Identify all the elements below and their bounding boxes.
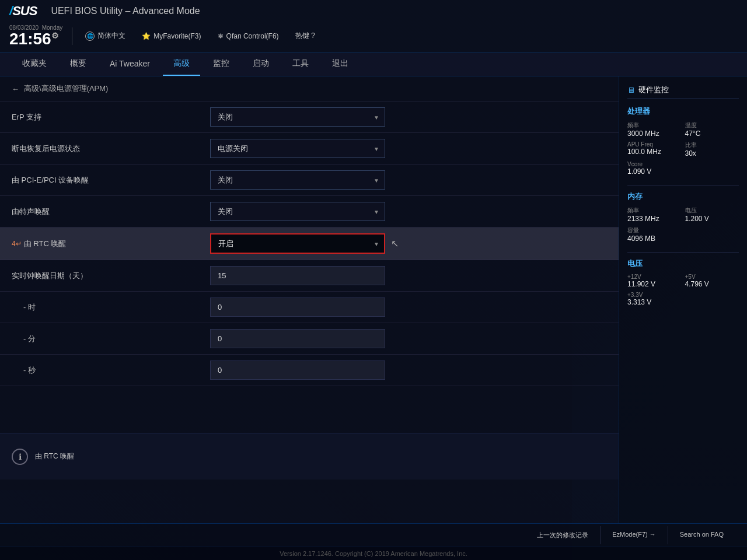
dropdown-rtc-wake[interactable]: 关闭 开启 bbox=[210, 233, 385, 254]
dropdown-sound-wake[interactable]: 关闭 开启 bbox=[210, 202, 385, 221]
label-rtc-hour: - 时 bbox=[12, 302, 210, 313]
dropdown-pcie-wake-wrapper: 关闭 开启 ▼ bbox=[210, 170, 385, 190]
version-text: Version 2.17.1246. Copyright (C) 2019 Am… bbox=[280, 550, 467, 557]
setting-row-power-restore: 断电恢复后电源状态 电源关闭 电源开启 上次状态 ▼ bbox=[0, 133, 619, 164]
hw-monitor-title: 🖥 硬件监控 bbox=[627, 85, 739, 99]
control-rtc-hour bbox=[210, 298, 607, 317]
hotkey-button[interactable]: 热键 ? bbox=[292, 29, 319, 43]
header-info-bar: 08/03/2020 Monday 21:56⚙ 🌐 简体中文 ⭐ MyFavo… bbox=[9, 22, 738, 52]
hw-v12: +12V 11.902 V bbox=[627, 274, 682, 288]
qfan-icon: ❄ bbox=[218, 32, 224, 40]
prev-record-button[interactable]: 上一次的修改记录 bbox=[525, 526, 600, 544]
hw-cpu-freq: 频率 3000 MHz bbox=[627, 121, 682, 138]
hw-cpu-temp: 温度 47°C bbox=[685, 121, 739, 138]
breadcrumb-text: 高级\高级电源管理(APM) bbox=[24, 83, 108, 94]
hw-memory-grid: 频率 2133 MHz 电压 1.200 V bbox=[627, 206, 739, 223]
time-display: 21:56⚙ bbox=[9, 31, 62, 47]
info-text: 由 RTC 唤醒 bbox=[35, 452, 74, 461]
hw-mem-freq: 频率 2133 MHz bbox=[627, 206, 682, 223]
control-erp: 关闭 开启 ▼ bbox=[210, 107, 607, 127]
tab-monitor[interactable]: 监控 bbox=[203, 52, 240, 76]
control-rtc-min bbox=[210, 329, 607, 348]
main-content: ← 高级\高级电源管理(APM) ErP 支持 关闭 开启 ▼ bbox=[0, 76, 619, 523]
tab-tweaker[interactable]: Ai Tweaker bbox=[99, 53, 160, 75]
footer: 上一次的修改记录 EzMode(F7) → Search on FAQ bbox=[0, 523, 747, 547]
footer-right: 上一次的修改记录 EzMode(F7) → Search on FAQ bbox=[525, 526, 735, 544]
control-rtc-sec bbox=[210, 360, 607, 380]
input-rtc-hour[interactable] bbox=[210, 298, 385, 317]
datetime-display: 08/03/2020 Monday 21:56⚙ bbox=[9, 24, 62, 47]
input-rtc-sec[interactable] bbox=[210, 360, 385, 380]
tab-favorites[interactable]: 收藏夹 bbox=[12, 52, 57, 76]
tab-overview[interactable]: 概要 bbox=[60, 52, 97, 76]
hw-divider-2 bbox=[627, 252, 739, 253]
hw-processor-label: 处理器 bbox=[627, 106, 739, 117]
header: /SUS UEFI BIOS Utility – Advanced Mode 0… bbox=[0, 0, 747, 52]
dropdown-erp[interactable]: 关闭 开启 bbox=[210, 107, 385, 127]
setting-row-pcie-wake: 由 PCI-E/PCI 设备唤醒 关闭 开启 ▼ bbox=[0, 164, 619, 196]
input-rtc-day[interactable] bbox=[210, 266, 385, 285]
hw-divider-1 bbox=[627, 185, 739, 186]
setting-row-sound-wake: 由特声唤醒 关闭 开启 ▼ bbox=[0, 196, 619, 228]
hw-processor-section: 处理器 频率 3000 MHz 温度 47°C APU Freq 100.0 M… bbox=[627, 106, 739, 176]
myfavorite-button[interactable]: ⭐ MyFavorite(F3) bbox=[138, 30, 204, 42]
setting-row-erp: ErP 支持 关闭 开启 ▼ bbox=[0, 102, 619, 133]
label-erp: ErP 支持 bbox=[12, 112, 210, 123]
hw-v33: +3.3V 3.313 V bbox=[627, 292, 739, 306]
step-4-indicator: 4↵ bbox=[12, 240, 22, 248]
hardware-monitor-sidebar: 🖥 硬件监控 处理器 频率 3000 MHz 温度 47°C APU Fr bbox=[619, 76, 747, 523]
control-rtc-wake: 关闭 开启 ▼ ↖ bbox=[210, 233, 607, 254]
tab-advanced[interactable]: 高级 bbox=[163, 52, 200, 76]
label-sound-wake: 由特声唤醒 bbox=[12, 206, 210, 217]
label-rtc-day: 实时钟唤醒日期（天） bbox=[12, 271, 210, 281]
breadcrumb-arrow[interactable]: ← bbox=[12, 85, 19, 93]
tab-boot[interactable]: 启动 bbox=[242, 52, 280, 76]
tab-tools[interactable]: 工具 bbox=[282, 52, 319, 76]
myfavorite-icon: ⭐ bbox=[142, 32, 151, 40]
dropdown-pcie-wake[interactable]: 关闭 开启 bbox=[210, 170, 385, 190]
hw-memory-label: 内存 bbox=[627, 191, 739, 202]
hw-voltage-grid: +12V 11.902 V +5V 4.796 V bbox=[627, 274, 739, 288]
dropdown-power-restore[interactable]: 电源关闭 电源开启 上次状态 bbox=[210, 139, 385, 158]
setting-row-rtc-wake: 4↵ 由 RTC 唤醒 关闭 开启 ▼ ↖ bbox=[0, 228, 619, 260]
breadcrumb: ← 高级\高级电源管理(APM) bbox=[0, 76, 619, 102]
ez-mode-button[interactable]: EzMode(F7) → bbox=[600, 526, 668, 544]
bios-title: UEFI BIOS Utility – Advanced Mode bbox=[51, 6, 200, 16]
dropdown-sound-wake-wrapper: 关闭 开启 ▼ bbox=[210, 202, 385, 221]
language-button[interactable]: 🌐 简体中文 bbox=[82, 29, 129, 43]
label-rtc-wake: 4↵ 由 RTC 唤醒 bbox=[12, 239, 210, 249]
hw-voltage-section: 电压 +12V 11.902 V +5V 4.796 V +3.3V 3.313… bbox=[627, 258, 739, 306]
setting-row-rtc-sec: - 秒 bbox=[0, 355, 619, 386]
label-rtc-sec: - 秒 bbox=[12, 365, 210, 376]
hw-mem-cap: 容量 4096 MB bbox=[627, 226, 739, 243]
nav-tabs: 收藏夹 概要 Ai Tweaker 高级 监控 启动 工具 退出 bbox=[0, 52, 747, 76]
control-rtc-day bbox=[210, 266, 607, 285]
language-icon: 🌐 bbox=[85, 32, 95, 41]
setting-row-rtc-day: 实时钟唤醒日期（天） bbox=[0, 260, 619, 292]
control-power-restore: 电源关闭 电源开启 上次状态 ▼ bbox=[210, 139, 607, 158]
hw-memory-section: 内存 频率 2133 MHz 电压 1.200 V 容量 4096 MB bbox=[627, 191, 739, 243]
hw-v5: +5V 4.796 V bbox=[685, 274, 739, 288]
header-divider bbox=[72, 27, 72, 45]
dropdown-rtc-wake-wrapper: 关闭 开启 ▼ bbox=[210, 233, 385, 254]
info-panel: ℹ 由 RTC 唤醒 bbox=[0, 433, 619, 480]
search-faq-button[interactable]: Search on FAQ bbox=[668, 526, 735, 544]
hw-apu-freq: APU Freq 100.0 MHz bbox=[627, 141, 682, 158]
hw-voltage-label: 电压 bbox=[627, 258, 739, 269]
label-pcie-wake: 由 PCI-E/PCI 设备唤醒 bbox=[12, 175, 210, 186]
label-rtc-min: - 分 bbox=[12, 334, 210, 344]
asus-logo: /SUS bbox=[9, 4, 37, 19]
settings-container: ErP 支持 关闭 开启 ▼ 断电恢复后电源状态 bbox=[0, 102, 619, 386]
control-sound-wake: 关闭 开启 ▼ bbox=[210, 202, 607, 221]
hw-processor-grid: 频率 3000 MHz 温度 47°C APU Freq 100.0 MHz 比… bbox=[627, 121, 739, 158]
tab-exit[interactable]: 退出 bbox=[322, 52, 359, 76]
input-rtc-min[interactable] bbox=[210, 329, 385, 348]
dropdown-erp-wrapper: 关闭 开启 ▼ bbox=[210, 107, 385, 127]
info-icon: ℹ bbox=[12, 449, 28, 465]
cursor-indicator: ↖ bbox=[391, 238, 399, 249]
qfan-button[interactable]: ❄ Qfan Control(F6) bbox=[214, 30, 282, 42]
status-bar: Version 2.17.1246. Copyright (C) 2019 Am… bbox=[0, 547, 747, 560]
hw-vcore: Vcore 1.090 V bbox=[627, 161, 739, 176]
dropdown-power-restore-wrapper: 电源关闭 电源开启 上次状态 ▼ bbox=[210, 139, 385, 158]
setting-row-rtc-hour: - 时 bbox=[0, 292, 619, 323]
